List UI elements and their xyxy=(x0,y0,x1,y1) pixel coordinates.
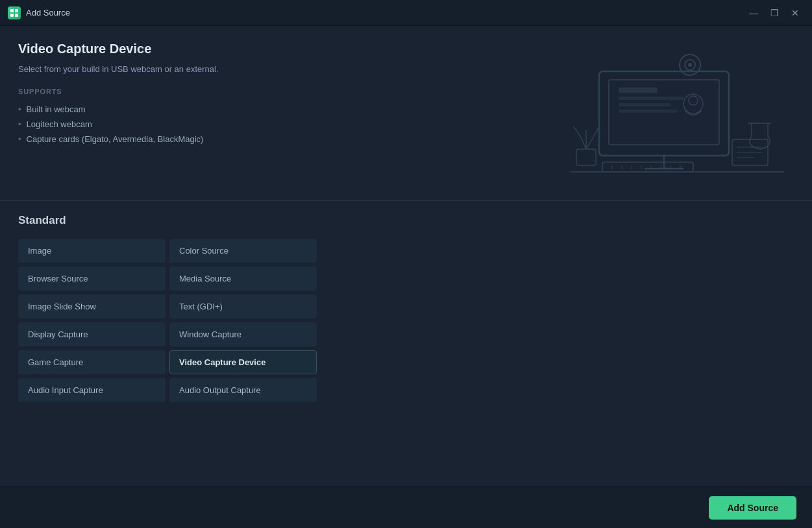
close-button[interactable]: ✕ xyxy=(786,5,804,21)
device-title: Video Capture Device xyxy=(18,42,534,56)
info-section: Video Capture Device Select from your bu… xyxy=(18,42,560,185)
window-controls: — ❐ ✕ xyxy=(744,5,804,21)
window-title: Add Source xyxy=(26,8,70,18)
source-grid: Image Color Source Browser Source Media … xyxy=(18,239,317,402)
maximize-button[interactable]: ❐ xyxy=(765,5,783,21)
supports-item-2: Logitech webcam xyxy=(18,117,534,132)
app-icon xyxy=(8,6,21,19)
supports-item-1: Built in webcam xyxy=(18,102,534,117)
svg-rect-12 xyxy=(619,97,683,100)
top-section: Video Capture Device Select from your bu… xyxy=(0,26,812,201)
standard-section: Standard Image Color Source Browser Sour… xyxy=(0,201,812,413)
preview-section xyxy=(560,42,794,185)
supports-label: SUPPORTS xyxy=(18,88,534,95)
svg-rect-1 xyxy=(15,9,18,12)
main-content: Video Capture Device Select from your bu… xyxy=(0,26,812,528)
source-item-audio-output-capture[interactable]: Audio Output Capture xyxy=(169,378,317,402)
svg-rect-2 xyxy=(10,14,14,17)
source-item-game-capture[interactable]: Game Capture xyxy=(18,350,166,374)
svg-rect-13 xyxy=(619,103,671,106)
svg-rect-14 xyxy=(619,110,677,113)
svg-point-6 xyxy=(688,63,692,67)
svg-rect-3 xyxy=(15,14,18,17)
supports-list: Built in webcam Logitech webcam Capture … xyxy=(18,102,534,147)
title-bar-left: Add Source xyxy=(8,6,70,19)
source-item-browser-source[interactable]: Browser Source xyxy=(18,267,166,291)
source-item-audio-input-capture[interactable]: Audio Input Capture xyxy=(18,378,166,402)
source-item-window-capture[interactable]: Window Capture xyxy=(169,322,317,346)
svg-rect-18 xyxy=(602,162,693,172)
svg-rect-0 xyxy=(10,9,14,12)
standard-heading: Standard xyxy=(18,214,794,227)
supports-item-3: Capture cards (Elgato, Avermedia, BlackM… xyxy=(18,132,534,147)
add-source-button[interactable]: Add Source xyxy=(709,496,796,520)
source-item-text-gdi[interactable]: Text (GDI+) xyxy=(169,294,317,318)
minimize-button[interactable]: — xyxy=(744,5,763,21)
source-item-display-capture[interactable]: Display Capture xyxy=(18,322,166,346)
source-item-media-source[interactable]: Media Source xyxy=(169,267,317,291)
svg-rect-11 xyxy=(619,88,658,93)
source-item-image[interactable]: Image xyxy=(18,239,166,263)
svg-rect-17 xyxy=(576,149,596,165)
device-description: Select from your build in USB webcam or … xyxy=(18,63,534,76)
source-item-image-slide-show[interactable]: Image Slide Show xyxy=(18,294,166,318)
hero-illustration xyxy=(560,49,794,178)
title-bar: Add Source — ❐ ✕ xyxy=(0,0,812,26)
bottom-bar: Add Source xyxy=(0,486,812,528)
source-item-video-capture-device[interactable]: Video Capture Device xyxy=(169,350,317,374)
source-item-color-source[interactable]: Color Source xyxy=(169,239,317,263)
